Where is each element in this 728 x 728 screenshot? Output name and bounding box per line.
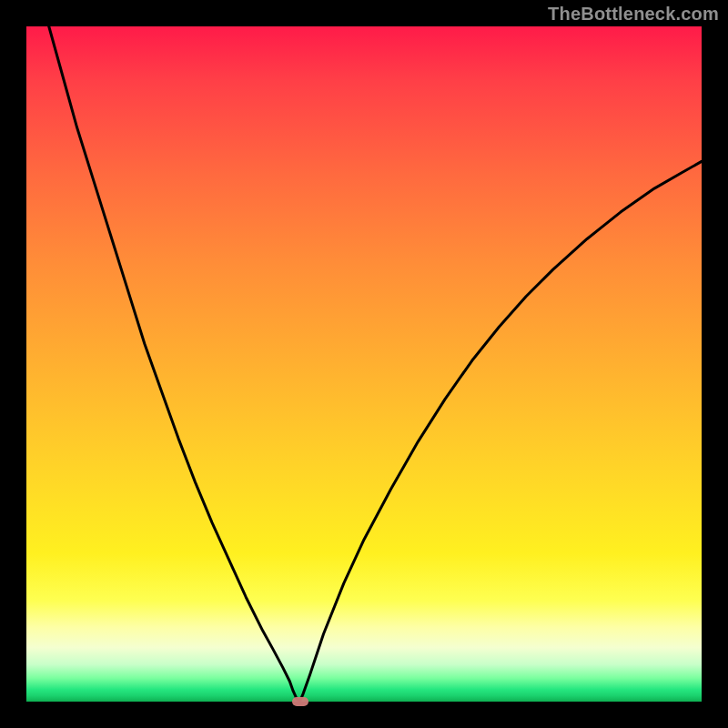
watermark-text: TheBottleneck.com: [548, 4, 719, 25]
gradient-plot-area: [26, 26, 702, 702]
bottleneck-curve-path: [26, 0, 702, 702]
curve-svg: [26, 26, 702, 702]
outer-frame: TheBottleneck.com: [0, 0, 728, 728]
min-marker-pill: [292, 697, 308, 706]
